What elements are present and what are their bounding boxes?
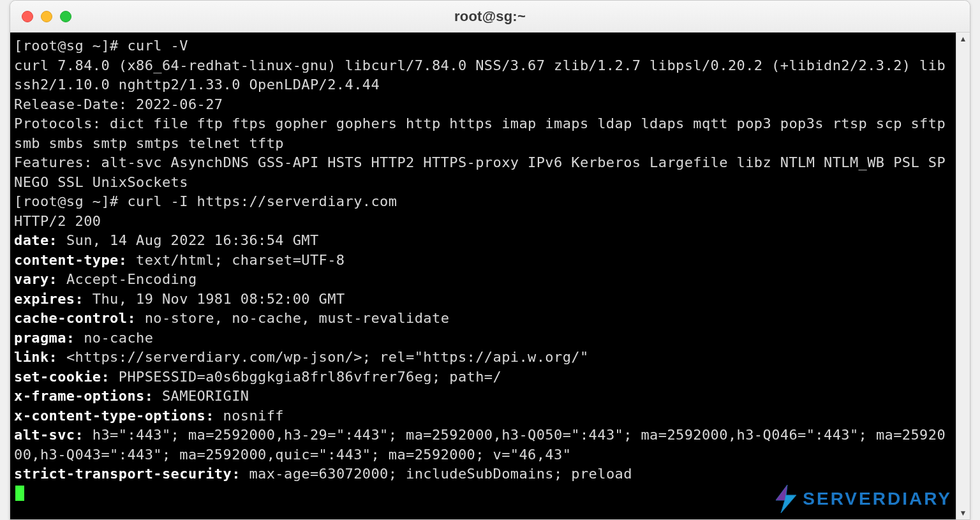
header-value: PHPSESSID=a0s6bggkgia8frl86vfrer76eg; pa… <box>110 369 501 385</box>
output-line: Release-Date: 2022-06-27 <box>14 96 223 112</box>
header-key: x-content-type-options: <box>14 408 214 424</box>
header-key: set-cookie: <box>14 369 110 385</box>
terminal-wrap: [root@sg ~]# curl -V curl 7.84.0 (x86_64… <box>10 33 970 519</box>
header-key: link: <box>14 349 57 365</box>
shell-prompt: [root@sg ~]# <box>14 38 127 54</box>
output-line: Protocols: dict file ftp ftps gopher gop… <box>14 115 954 151</box>
header-value: max-age=63072000; includeSubDomains; pre… <box>241 466 632 482</box>
header-key: strict-transport-security: <box>14 466 241 482</box>
header-key: alt-svc: <box>14 427 84 443</box>
header-value: no-cache <box>75 330 154 346</box>
header-value: text/html; charset=UTF-8 <box>127 252 345 268</box>
header-value: no-store, no-cache, must-revalidate <box>136 310 449 326</box>
header-value: Accept-Encoding <box>57 271 197 287</box>
header-key: x-frame-options: <box>14 388 153 404</box>
header-key: vary: <box>14 271 57 287</box>
traffic-lights <box>22 11 71 22</box>
header-value: Sun, 14 Aug 2022 16:36:54 GMT <box>57 232 318 248</box>
header-value: h3=":443"; ma=2592000,h3-29=":443"; ma=2… <box>14 427 946 463</box>
scroll-up-icon[interactable]: ▲ <box>956 33 970 45</box>
minimize-icon[interactable] <box>41 11 52 22</box>
header-value: nosniff <box>214 408 284 424</box>
http-status-line: HTTP/2 200 <box>14 213 110 229</box>
terminal-cursor <box>15 486 24 501</box>
command-text: curl -I https://serverdiary.com <box>127 193 397 209</box>
terminal-output[interactable]: [root@sg ~]# curl -V curl 7.84.0 (x86_64… <box>10 33 956 519</box>
header-key: cache-control: <box>14 310 136 326</box>
output-line: Features: alt-svc AsynchDNS GSS-API HSTS… <box>14 154 946 190</box>
header-key: expires: <box>14 291 84 307</box>
scroll-down-icon[interactable]: ▼ <box>956 507 970 519</box>
header-value: Thu, 19 Nov 1981 08:52:00 GMT <box>84 291 345 307</box>
header-key: content-type: <box>14 252 127 268</box>
header-value: <https://serverdiary.com/wp-json/>; rel=… <box>57 349 588 365</box>
close-icon[interactable] <box>22 11 33 22</box>
header-key: date: <box>14 232 57 248</box>
zoom-icon[interactable] <box>60 11 71 22</box>
header-key: pragma: <box>14 330 75 346</box>
terminal-window: root@sg:~ [root@sg ~]# curl -V curl 7.84… <box>10 0 970 520</box>
output-line: curl 7.84.0 (x86_64-redhat-linux-gnu) li… <box>14 57 946 93</box>
window-title: root@sg:~ <box>10 8 970 25</box>
scrollbar[interactable]: ▲ ▼ <box>956 33 970 519</box>
titlebar: root@sg:~ <box>10 1 970 33</box>
header-value: SAMEORIGIN <box>153 388 249 404</box>
command-text: curl -V <box>127 38 188 54</box>
shell-prompt: [root@sg ~]# <box>14 193 127 209</box>
